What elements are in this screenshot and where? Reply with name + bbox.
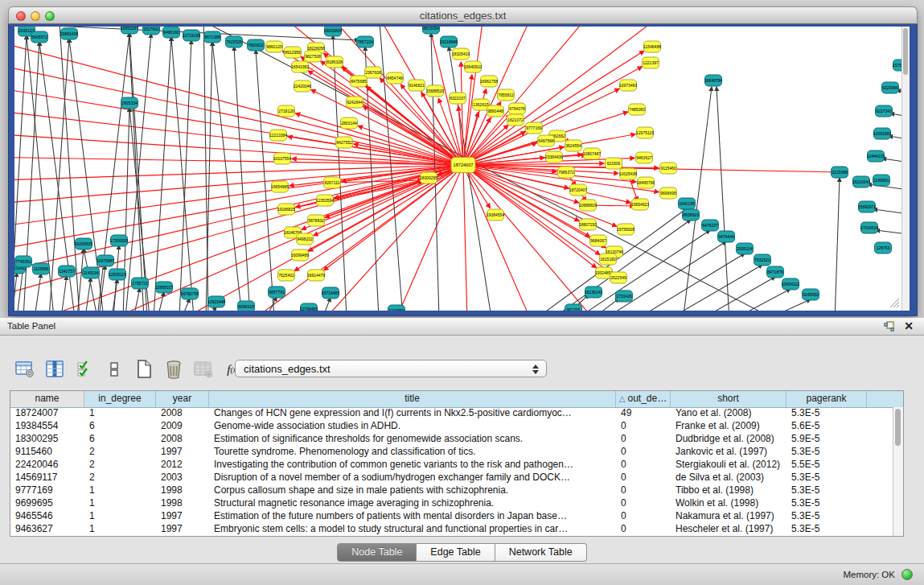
network-vertical-scrollbar[interactable]	[901, 27, 910, 311]
table-cell[interactable]: 2	[84, 446, 156, 459]
delete-trash-icon[interactable]	[163, 360, 184, 379]
table-row[interactable]: 1872400712008Changes of HCN gene express…	[10, 407, 893, 420]
table-row[interactable]: 1938455462009Genome-wide association stu…	[10, 420, 893, 433]
table-cell[interactable]: Stergiakouli et al. (2012)	[671, 459, 786, 472]
select-column-icon[interactable]	[44, 360, 65, 379]
table-cell[interactable]: Disruption of a novel member of a sodium…	[209, 472, 616, 484]
table-cell[interactable]: 1	[84, 407, 156, 420]
table-cell[interactable]: Dudbridge et al. (2008)	[671, 433, 786, 446]
table-row[interactable]: 2242004622012Investigating the contribut…	[10, 459, 893, 472]
table-cell[interactable]: Investigating the contribution of common…	[209, 459, 616, 472]
table-row[interactable]: 969969511998Structural magnetic resonanc…	[10, 497, 893, 510]
table-row[interactable]: 1456911722003Disruption of a novel membe…	[10, 472, 893, 484]
table-cell[interactable]: 0	[616, 523, 671, 536]
table-cell[interactable]: 22420046	[10, 459, 84, 472]
table-cell[interactable]: 5.3E-5	[786, 484, 867, 497]
table-cell[interactable]: 0	[616, 446, 671, 459]
row-checkmarks-icon[interactable]	[74, 360, 95, 379]
table-cell[interactable]: 6	[84, 433, 156, 446]
table-cell[interactable]: 1	[84, 497, 156, 510]
table-vertical-scrollbar[interactable]	[893, 407, 903, 536]
table-cell[interactable]: 6	[84, 420, 156, 433]
table-cell[interactable]: 1998	[156, 484, 209, 497]
table-selector-dropdown[interactable]: citations_edges.txt	[235, 360, 547, 377]
table-cell[interactable]: 2012	[156, 459, 209, 472]
table-cell[interactable]: 1	[84, 484, 156, 497]
table-row[interactable]: 977716911998Corpus callosum shape and si…	[10, 484, 893, 497]
table-cell[interactable]: 0	[616, 433, 671, 446]
column-header-year[interactable]: year	[156, 391, 209, 407]
table-cell[interactable]: 2008	[156, 433, 209, 446]
table-cell[interactable]: de Silva et al. (2003)	[671, 472, 786, 484]
table-cell[interactable]: 1	[84, 523, 156, 536]
scrollbar-thumb[interactable]	[903, 28, 908, 75]
column-header-title[interactable]: title	[209, 391, 616, 407]
tab-network-table[interactable]: Network Table	[495, 543, 587, 562]
table-cell[interactable]: 0	[616, 420, 671, 433]
table-cell[interactable]: Embryonic stem cells: a model to study s…	[209, 523, 616, 536]
close-panel-icon[interactable]: ✕	[904, 319, 914, 332]
delete-table-disabled-icon[interactable]	[193, 360, 214, 379]
table-cell[interactable]: 5.6E-5	[786, 420, 867, 433]
network-graph-canvas[interactable]: 1872400798601258912956182260589827508165…	[14, 27, 905, 311]
table-cell[interactable]: 9465546	[10, 510, 84, 523]
table-row[interactable]: 911546021997Tourette syndrome. Phenomeno…	[10, 446, 893, 459]
table-cell[interactable]: Nakamura et al. (1997)	[671, 510, 786, 523]
column-header-pagerank[interactable]: pagerank	[786, 391, 867, 407]
table-cell[interactable]: 18724007	[10, 407, 84, 420]
tab-edge-table[interactable]: Edge Table	[417, 543, 495, 562]
table-cell[interactable]: Tibbo et al. (1998)	[671, 484, 786, 497]
column-header-in_degree[interactable]: in_degree	[84, 391, 156, 407]
table-cell[interactable]: Structural magnetic resonance image aver…	[209, 497, 616, 510]
table-cell[interactable]: 1997	[156, 523, 209, 536]
table-cell[interactable]: 5.3E-5	[786, 407, 867, 420]
column-header-out_de[interactable]: △out_de…	[616, 391, 671, 407]
new-document-icon[interactable]	[133, 360, 154, 379]
table-cell[interactable]: 2008	[156, 407, 209, 420]
table-cell[interactable]: 1	[84, 510, 156, 523]
table-cell[interactable]: 9463627	[10, 523, 84, 536]
table-cell[interactable]: 5.3E-5	[786, 446, 867, 459]
table-cell[interactable]: Jankovic et al. (1997)	[671, 446, 786, 459]
table-cell[interactable]: Estimation of the future numbers of pati…	[209, 510, 616, 523]
table-cell[interactable]: 18300295	[10, 433, 84, 446]
table-cell[interactable]: 5.9E-5	[786, 433, 867, 446]
table-cell[interactable]: 49	[616, 407, 671, 420]
table-cell[interactable]: Franke et al. (2009)	[671, 420, 786, 433]
table-cell[interactable]: 0	[616, 484, 671, 497]
table-row[interactable]: 946554611997Estimation of the future num…	[10, 510, 893, 523]
table-cell[interactable]: Tourette syndrome. Phenomenology and cla…	[209, 446, 616, 459]
table-cell[interactable]: 14569117	[10, 472, 84, 484]
table-cell[interactable]: Wolkin et al. (1998)	[671, 497, 786, 510]
column-header-short[interactable]: short	[671, 391, 786, 407]
table-cell[interactable]: 0	[616, 510, 671, 523]
table-settings-icon[interactable]	[14, 360, 35, 379]
table-cell[interactable]: 5.5E-5	[786, 459, 867, 472]
table-cell[interactable]: 2009	[156, 420, 209, 433]
tab-node-table[interactable]: Node Table	[337, 543, 417, 562]
table-cell[interactable]: Estimation of significance thresholds fo…	[209, 433, 616, 446]
table-row[interactable]: 946362711997Embryonic stem cells: a mode…	[10, 523, 893, 536]
table-cell[interactable]: 2003	[156, 472, 209, 484]
table-cell[interactable]: 2	[84, 459, 156, 472]
table-cell[interactable]: Changes of HCN gene expression and I(f) …	[209, 407, 616, 420]
scrollbar-thumb[interactable]	[895, 409, 901, 446]
table-cell[interactable]: 0	[616, 459, 671, 472]
table-cell[interactable]: Yano et al. (2008)	[671, 407, 786, 420]
float-panel-icon[interactable]	[884, 321, 895, 332]
table-cell[interactable]: 5.3E-5	[786, 523, 867, 536]
table-cell[interactable]: 5.3E-5	[786, 497, 867, 510]
table-cell[interactable]: 9777169	[10, 484, 84, 497]
table-cell[interactable]: 5.3E-5	[786, 510, 867, 523]
table-cell[interactable]: 9699695	[10, 497, 84, 510]
table-cell[interactable]: 0	[616, 497, 671, 510]
table-cell[interactable]: 0	[616, 472, 671, 484]
table-cell[interactable]: Genome-wide association studies in ADHD.	[209, 420, 616, 433]
table-cell[interactable]: Corpus callosum shape and size in male p…	[209, 484, 616, 497]
column-header-name[interactable]: name	[10, 391, 84, 407]
table-cell[interactable]: 1997	[156, 446, 209, 459]
stacked-rows-icon[interactable]	[104, 360, 125, 379]
table-cell[interactable]: 9115460	[10, 446, 84, 459]
table-cell[interactable]: 5.3E-5	[786, 472, 867, 484]
table-row[interactable]: 1830029562008Estimation of significance …	[10, 433, 893, 446]
